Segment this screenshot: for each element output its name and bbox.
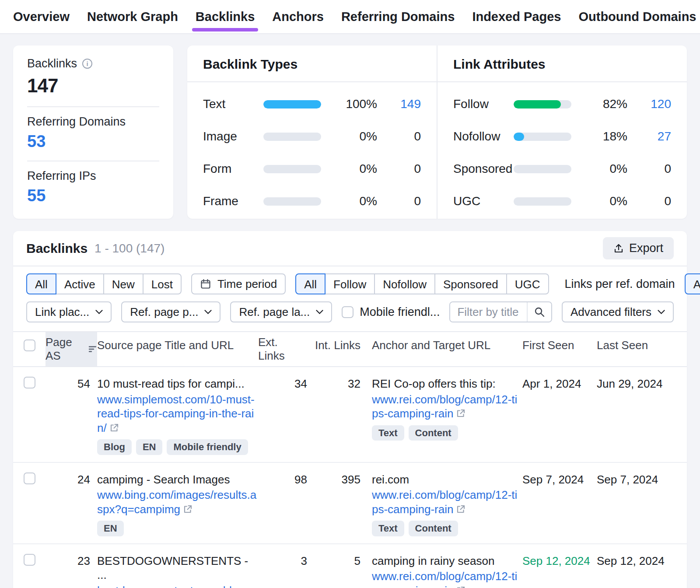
backlink-types-title: Backlink Types: [187, 46, 437, 82]
external-link-icon[interactable]: [456, 409, 466, 418]
bar-count-link[interactable]: 149: [388, 97, 421, 111]
time-period-button[interactable]: Time period: [191, 273, 286, 294]
search-input[interactable]: [450, 302, 527, 322]
external-link-icon[interactable]: [456, 504, 466, 514]
bar-label: Image: [203, 130, 263, 144]
bar-row-follow: Follow 82% 120: [453, 97, 671, 111]
external-link-icon[interactable]: [109, 423, 119, 433]
link-placement-label: Link plac...: [35, 305, 89, 319]
tab-backlinks[interactable]: Backlinks: [196, 0, 255, 33]
tab-outbound-domains[interactable]: Outbound Domains: [578, 0, 696, 33]
advanced-filters-dropdown[interactable]: Advanced filters: [562, 301, 674, 322]
table-range: 1 - 100 (147): [94, 242, 164, 256]
source-title: 10 must-read tips for campi...: [97, 377, 258, 391]
bar-label: Follow: [453, 97, 514, 111]
bar-percent: 0%: [332, 194, 377, 208]
last-seen-value: Jun 29, 2024: [597, 367, 676, 398]
bar-track: [263, 165, 321, 173]
tab-overview[interactable]: Overview: [13, 0, 70, 33]
ref-page-language-dropdown[interactable]: Ref. page la...: [230, 301, 332, 322]
target-url-link[interactable]: www.rei.com/blog/camp/12-tips-camping-ra…: [372, 393, 517, 420]
col-header-first-seen[interactable]: First Seen: [522, 332, 597, 358]
anchor-badge: Text: [372, 425, 404, 441]
col-header-page-as[interactable]: Page AS: [46, 332, 97, 366]
source-cell: 10 must-read tips for campi... www.simpl…: [97, 367, 258, 462]
follow-filter-nofollow[interactable]: Nofollow: [374, 273, 435, 294]
referring-ips-metric-value[interactable]: 55: [27, 186, 159, 205]
status-filter-active[interactable]: Active: [56, 273, 104, 294]
col-header-last-seen[interactable]: Last Seen: [597, 332, 676, 358]
target-url-link[interactable]: www.rei.com/blog/camp/12-tips-camping-ra…: [372, 488, 517, 516]
external-link-icon[interactable]: [183, 504, 192, 514]
bar-label: Text: [203, 97, 263, 111]
filters-panel: All Active New Lost Time period All Foll…: [13, 266, 687, 331]
source-cell: BESTDOGOWNERSTENTS - ... bestdogownerste…: [97, 544, 258, 588]
ref-page-platform-dropdown[interactable]: Ref. page p...: [121, 301, 220, 322]
totals-card: Backlinks 147 Referring Domains 53 Refer…: [13, 46, 173, 219]
backlinks-metric-label: Backlinks: [27, 57, 77, 70]
follow-filter-follow[interactable]: Follow: [325, 273, 375, 294]
source-url-link[interactable]: www.bing.com/images/results.aspx?q=campi…: [97, 488, 256, 516]
report-tab-bar: Overview Network Graph Backlinks Anchors…: [0, 0, 700, 34]
tab-indexed-pages[interactable]: Indexed Pages: [472, 0, 561, 33]
follow-filter-ugc[interactable]: UGC: [506, 273, 549, 294]
col-header-anchor[interactable]: Anchor and Target URL: [360, 332, 522, 358]
page-as-value: 54: [46, 377, 97, 391]
anchor-text: REI Co-op offers this tip:: [372, 377, 522, 391]
bar-count-link[interactable]: 120: [638, 97, 671, 111]
row-checkbox[interactable]: [24, 377, 35, 388]
external-link-icon[interactable]: [456, 586, 466, 588]
tab-referring-domains[interactable]: Referring Domains: [341, 0, 455, 33]
source-url-link[interactable]: www.simplemost.com/10-must-read-tips-for…: [97, 393, 255, 434]
anchor-text: rei.com: [372, 472, 522, 487]
follow-filter-sponsored[interactable]: Sponsored: [434, 273, 507, 294]
bar-count: 0: [638, 194, 671, 208]
status-filter-new[interactable]: New: [103, 273, 144, 294]
bar-track: [263, 100, 321, 108]
table-row: 54 10 must-read tips for campi... www.si…: [13, 367, 687, 463]
bar-row-nofollow: Nofollow 18% 27: [453, 130, 671, 144]
row-checkbox[interactable]: [24, 554, 35, 566]
bar-track: [514, 197, 571, 206]
status-filter-lost[interactable]: Lost: [143, 273, 182, 294]
chevron-down-icon: [95, 310, 103, 315]
tab-network-graph[interactable]: Network Graph: [87, 0, 178, 33]
col-header-source[interactable]: Source page Title and URL: [97, 332, 258, 358]
divider: [27, 106, 159, 107]
info-icon[interactable]: [82, 59, 92, 69]
last-seen-value: Sep 7, 2024: [597, 463, 676, 494]
anchor-cell: camping in rainy season www.rei.com/blog…: [360, 544, 522, 588]
last-seen-value: Sep 12, 2024: [597, 544, 676, 575]
col-header-int-links[interactable]: Int. Links: [307, 332, 360, 358]
bar-percent: 0%: [332, 130, 377, 144]
anchor-badge: Content: [409, 425, 458, 441]
referring-domains-metric-value[interactable]: 53: [27, 132, 159, 151]
link-placement-dropdown[interactable]: Link plac...: [26, 301, 112, 322]
sort-icon: [88, 345, 97, 353]
bar-count-link[interactable]: 27: [638, 130, 671, 144]
mobile-friendly-label: Mobile friendl...: [360, 305, 440, 319]
mobile-friendly-filter: Mobile friendl...: [342, 305, 440, 319]
col-header-ext-links[interactable]: Ext. Links: [258, 332, 307, 366]
search-button[interactable]: [527, 302, 551, 322]
target-url-link[interactable]: www.rei.com/blog/camp/12-tips-camping-ra…: [372, 570, 517, 588]
backlink-types-panel: Backlink Types Text 100% 149 Image 0% 0 …: [187, 46, 437, 219]
bar-percent: 0%: [332, 162, 377, 176]
ext-links-value: 34: [258, 377, 307, 391]
status-filter-all[interactable]: All: [26, 273, 56, 294]
advanced-filters-label: Advanced filters: [570, 305, 651, 319]
tab-anchors[interactable]: Anchors: [272, 0, 324, 33]
links-per-domain-all[interactable]: All: [685, 273, 700, 294]
source-url-link[interactable]: bestdogownerstents.weebly.com/: [97, 584, 252, 588]
anchor-cell: REI Co-op offers this tip: www.rei.com/b…: [360, 367, 522, 448]
chevron-down-icon: [316, 310, 323, 315]
mobile-friendly-checkbox[interactable]: [342, 306, 354, 318]
calendar-icon: [200, 278, 211, 290]
bar-fill: [263, 100, 321, 108]
row-checkbox[interactable]: [24, 472, 35, 484]
export-button[interactable]: Export: [603, 237, 674, 259]
ref-page-platform-label: Ref. page p...: [130, 305, 198, 319]
follow-filter-all[interactable]: All: [295, 273, 326, 294]
int-links-value: 32: [307, 377, 360, 391]
select-all-checkbox[interactable]: [24, 340, 35, 351]
